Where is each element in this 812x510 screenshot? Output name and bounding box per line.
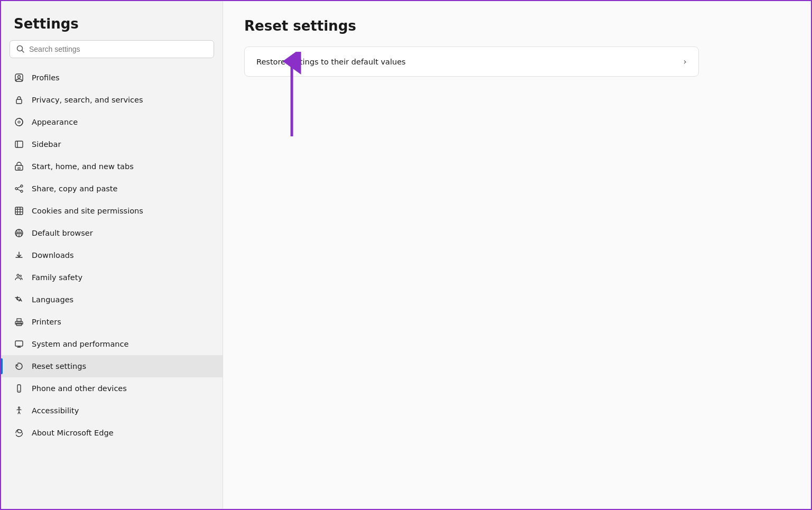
search-icon <box>16 45 25 53</box>
browser-icon <box>14 228 24 238</box>
sidebar-item-label: Languages <box>32 295 73 304</box>
search-box[interactable] <box>10 40 214 58</box>
sidebar-item-profiles[interactable]: Profiles <box>1 67 223 89</box>
svg-point-13 <box>15 188 17 190</box>
chevron-right-icon: › <box>684 57 687 67</box>
svg-point-26 <box>21 322 21 323</box>
sidebar-item-start-home[interactable]: Start, home, and new tabs <box>1 155 223 178</box>
svg-rect-27 <box>15 341 23 346</box>
sidebar-item-label: Default browser <box>32 229 93 237</box>
svg-point-23 <box>20 275 22 277</box>
phone-icon <box>14 383 24 394</box>
profile-icon <box>14 72 24 83</box>
sidebar-item-label: Cookies and site permissions <box>32 207 143 215</box>
purple-arrow-annotation <box>281 52 302 142</box>
sidebar-item-label: Sidebar <box>32 140 61 149</box>
svg-line-15 <box>17 189 21 191</box>
svg-point-3 <box>18 76 21 78</box>
sidebar-item-label: Accessibility <box>32 406 79 415</box>
sidebar-item-label: Profiles <box>32 73 60 82</box>
sidebar-item-label: Phone and other devices <box>32 384 127 393</box>
annotation-container: Restore settings to their default values… <box>244 47 699 77</box>
sidebar-item-languages[interactable]: Languages <box>1 289 223 311</box>
sidebar: Settings Profiles Privacy, search, and s… <box>1 1 223 509</box>
family-icon <box>14 272 24 283</box>
sidebar-item-family-safety[interactable]: Family safety <box>1 266 223 289</box>
start-icon <box>14 161 24 172</box>
sidebar-item-label: About Microsoft Edge <box>32 429 114 437</box>
edge-icon <box>14 428 24 438</box>
sidebar-icon <box>14 139 24 150</box>
sidebar-item-label: Appearance <box>32 118 78 126</box>
sidebar-item-sidebar[interactable]: Sidebar <box>1 133 223 155</box>
nav-list: Profiles Privacy, search, and services A… <box>1 64 223 446</box>
svg-line-14 <box>17 187 21 188</box>
system-icon <box>14 339 24 349</box>
sidebar-item-printers[interactable]: Printers <box>1 311 223 333</box>
languages-icon <box>14 294 24 305</box>
reset-icon <box>14 361 24 372</box>
appearance-icon <box>14 117 24 127</box>
sidebar-item-label: Family safety <box>32 273 82 282</box>
svg-point-30 <box>19 407 20 409</box>
svg-rect-10 <box>18 168 20 169</box>
sidebar-item-label: Share, copy and paste <box>32 184 117 193</box>
sidebar-item-label: Start, home, and new tabs <box>32 162 134 171</box>
main-content: Reset settings Restore settings to their… <box>223 1 811 509</box>
share-icon <box>14 183 24 194</box>
sidebar-item-downloads[interactable]: Downloads <box>1 244 223 266</box>
svg-point-29 <box>19 391 20 392</box>
sidebar-item-appearance[interactable]: Appearance <box>1 111 223 133</box>
sidebar-item-reset[interactable]: Reset settings <box>1 355 223 377</box>
svg-rect-7 <box>15 141 23 147</box>
sidebar-item-share[interactable]: Share, copy and paste <box>1 178 223 200</box>
accessibility-icon <box>14 405 24 416</box>
svg-line-1 <box>22 51 24 53</box>
sidebar-item-label: System and performance <box>32 340 128 348</box>
sidebar-item-privacy[interactable]: Privacy, search, and services <box>1 89 223 111</box>
svg-rect-16 <box>15 207 23 215</box>
sidebar-item-default-browser[interactable]: Default browser <box>1 222 223 244</box>
svg-rect-4 <box>16 99 22 104</box>
sidebar-title: Settings <box>1 12 223 40</box>
search-input[interactable] <box>29 45 207 53</box>
sidebar-item-system[interactable]: System and performance <box>1 333 223 355</box>
restore-settings-card[interactable]: Restore settings to their default values… <box>244 47 699 77</box>
restore-settings-label: Restore settings to their default values <box>256 58 405 66</box>
svg-point-6 <box>18 121 20 123</box>
sidebar-item-phone[interactable]: Phone and other devices <box>1 377 223 400</box>
sidebar-item-label: Printers <box>32 318 61 326</box>
svg-rect-25 <box>17 319 21 321</box>
svg-point-12 <box>21 190 23 192</box>
sidebar-item-about[interactable]: About Microsoft Edge <box>1 422 223 444</box>
download-icon <box>14 250 24 261</box>
svg-point-22 <box>17 274 19 276</box>
sidebar-item-label: Downloads <box>32 251 74 259</box>
cookies-icon <box>14 206 24 216</box>
page-title: Reset settings <box>244 18 790 34</box>
svg-point-11 <box>21 185 23 187</box>
printers-icon <box>14 317 24 327</box>
sidebar-item-accessibility[interactable]: Accessibility <box>1 400 223 422</box>
sidebar-item-label: Privacy, search, and services <box>32 96 143 104</box>
sidebar-item-label: Reset settings <box>32 362 86 370</box>
sidebar-item-cookies[interactable]: Cookies and site permissions <box>1 200 223 222</box>
privacy-icon <box>14 95 24 105</box>
